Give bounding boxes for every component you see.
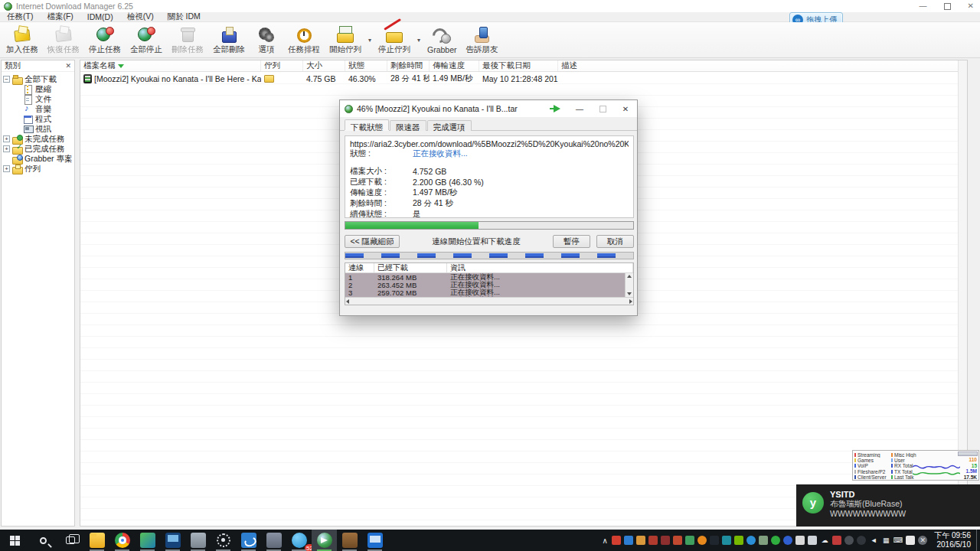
- task-view-button[interactable]: [57, 530, 84, 551]
- sidebar-item[interactable]: 音樂: [2, 104, 74, 114]
- column-time-left[interactable]: 剩餘時間: [387, 60, 430, 71]
- menu-idm[interactable]: IDM(D): [80, 12, 120, 21]
- download-row[interactable]: [Moozzi2] Kyoukai no Kanata - I'll Be He…: [80, 73, 958, 84]
- dialog-minimize-button[interactable]: —: [568, 100, 591, 117]
- tray-icon[interactable]: ▦: [881, 536, 890, 545]
- minimize-button[interactable]: —: [920, 0, 927, 12]
- menu-tasks[interactable]: 任務(T): [0, 11, 40, 22]
- tray-icon[interactable]: ✕: [918, 536, 927, 545]
- network-monitor-widget[interactable]: Streaming Misc High Games User VoIP RX T…: [852, 450, 979, 481]
- taskbar-app-button[interactable]: [84, 530, 109, 551]
- status-value[interactable]: 正在接收資料...: [413, 148, 468, 159]
- tray-icon[interactable]: [857, 536, 866, 545]
- tray-icon[interactable]: [795, 536, 805, 545]
- dialog-tab[interactable]: 完成選項: [427, 120, 472, 131]
- toolbar-button[interactable]: 任務排程: [283, 22, 325, 57]
- toolbar-button[interactable]: 開始佇列: [325, 22, 366, 57]
- taskbar-app-button[interactable]: [160, 530, 185, 551]
- search-button[interactable]: [29, 530, 57, 551]
- show-desktop-button[interactable]: [976, 530, 980, 551]
- connections-hscrollbar[interactable]: [345, 297, 633, 305]
- taskbar-app-button[interactable]: [236, 530, 261, 551]
- dropdown-arrow-icon[interactable]: ▾: [366, 22, 374, 57]
- connections-vscrollbar[interactable]: [625, 273, 633, 297]
- column-speed[interactable]: 傳輸速度: [430, 60, 479, 71]
- sidebar-item[interactable]: − 全部下載: [2, 74, 74, 84]
- tray-icon[interactable]: [697, 536, 707, 545]
- scroll-down-icon[interactable]: [627, 292, 632, 295]
- tray-icon[interactable]: [661, 536, 670, 545]
- notification-toast[interactable]: y YSITD 布魯瑞斯(BlueRase) WWWWWWWWWW: [796, 484, 980, 527]
- column-status[interactable]: 狀態: [345, 60, 387, 71]
- sidebar-item[interactable]: + 已完成任務: [2, 144, 74, 154]
- tray-icon[interactable]: [734, 536, 743, 545]
- toolbar-button[interactable]: 全部刪除: [208, 22, 250, 57]
- tray-icon[interactable]: [710, 536, 719, 545]
- tray-icon[interactable]: [636, 536, 645, 545]
- menu-about[interactable]: 關於 IDM: [161, 11, 207, 22]
- tray-icon[interactable]: [771, 536, 780, 545]
- tray-icon[interactable]: ◄: [869, 536, 878, 545]
- categories-close-icon[interactable]: ✕: [65, 62, 71, 70]
- tray-icon[interactable]: [906, 536, 915, 545]
- sidebar-item[interactable]: Grabber 專案: [2, 154, 74, 164]
- column-description[interactable]: 描述: [558, 60, 967, 71]
- conn-column-downloaded[interactable]: 已經下載: [374, 263, 447, 272]
- conn-column-id[interactable]: 連線: [345, 263, 374, 272]
- scroll-up-icon[interactable]: [627, 275, 632, 278]
- tray-icon[interactable]: [844, 536, 854, 545]
- cancel-button[interactable]: 取消: [596, 235, 634, 248]
- column-queue[interactable]: 佇列: [261, 60, 303, 71]
- tray-icon[interactable]: [783, 536, 792, 545]
- taskbar-app-button[interactable]: [211, 530, 236, 551]
- column-file-name[interactable]: 檔案名稱: [80, 60, 261, 71]
- taskbar-clock[interactable]: 下午 09:56 2016/5/10: [927, 531, 976, 549]
- drop-target-arrow-icon[interactable]: [545, 100, 568, 117]
- dialog-tab[interactable]: 限速器: [390, 120, 426, 131]
- sidebar-item[interactable]: 程式: [2, 114, 74, 124]
- toolbar-button[interactable]: 恢復任務: [43, 22, 84, 57]
- toolbar-button[interactable]: 加入任務: [2, 22, 43, 57]
- tree-expander[interactable]: +: [3, 165, 10, 172]
- tree-expander[interactable]: +: [3, 145, 10, 152]
- sidebar-item[interactable]: + 未完成任務: [2, 134, 74, 144]
- taskbar-app-button[interactable]: [337, 530, 362, 551]
- column-last-date[interactable]: 最後下載日期: [479, 60, 558, 71]
- restore-button[interactable]: [944, 3, 951, 10]
- scroll-left-icon[interactable]: [346, 299, 349, 304]
- toolbar-button[interactable]: 全部停止: [126, 22, 167, 57]
- toolbar-button[interactable]: 告訴朋友: [462, 22, 503, 57]
- toolbar-button[interactable]: 選項: [250, 22, 283, 57]
- hide-details-button[interactable]: << 隱藏細節: [345, 235, 400, 248]
- tray-icon[interactable]: [624, 536, 633, 545]
- tray-chevron-icon[interactable]: ∧: [598, 536, 612, 545]
- tray-icon[interactable]: [685, 536, 694, 545]
- sidebar-item[interactable]: + 佇列: [2, 164, 74, 174]
- start-button[interactable]: [0, 530, 29, 551]
- tray-icon[interactable]: ⌨: [893, 536, 903, 545]
- tray-icon[interactable]: [612, 536, 621, 545]
- dropdown-arrow-icon[interactable]: ▾: [415, 22, 423, 57]
- taskbar-app-button[interactable]: 52: [286, 530, 312, 551]
- tray-icon[interactable]: [832, 536, 841, 545]
- tray-icon[interactable]: [648, 536, 658, 545]
- sidebar-item[interactable]: 視訊: [2, 124, 74, 134]
- tray-icon[interactable]: [746, 536, 756, 545]
- toolbar-button[interactable]: 停止佇列: [374, 22, 415, 57]
- scroll-right-icon[interactable]: [629, 299, 632, 304]
- tray-icon[interactable]: [759, 536, 768, 545]
- tree-expander[interactable]: −: [3, 76, 10, 83]
- tray-icon[interactable]: [722, 536, 731, 545]
- dialog-close-button[interactable]: ✕: [614, 100, 637, 117]
- toolbar-button[interactable]: 刪除任務: [167, 22, 208, 57]
- menu-file[interactable]: 檔案(F): [40, 11, 80, 22]
- conn-column-info[interactable]: 資訊: [447, 263, 633, 272]
- toolbar-button[interactable]: 停止任務: [84, 22, 126, 57]
- taskbar-app-button[interactable]: [185, 530, 211, 551]
- sidebar-item[interactable]: 壓縮: [2, 84, 74, 94]
- menu-view[interactable]: 檢視(V): [120, 11, 161, 22]
- tray-icon[interactable]: [673, 536, 682, 545]
- close-button[interactable]: ✕: [968, 0, 974, 12]
- dialog-tab[interactable]: 下載狀態: [345, 119, 389, 130]
- taskbar-app-button[interactable]: [109, 530, 135, 551]
